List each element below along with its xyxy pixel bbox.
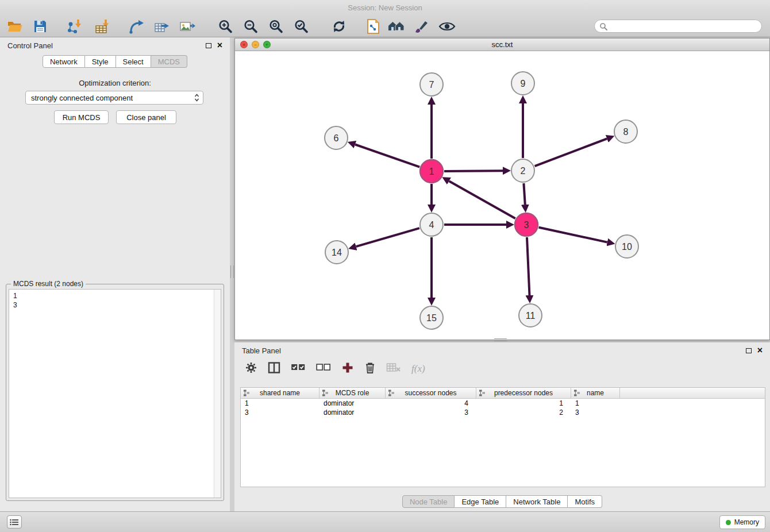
new-network-from-selection-button[interactable] [364,17,383,36]
graph-edge-1-6[interactable] [355,145,419,167]
zoom-window-icon[interactable]: + [263,41,271,48]
table-cell[interactable]: dominator [319,408,386,417]
graph-node-1[interactable]: 1 [420,160,443,183]
optimization-criterion-label: Optimization criterion: [0,79,230,87]
deselect-all-button[interactable] [316,362,331,376]
column-header-successor-nodes[interactable]: successor nodes [386,388,476,399]
tab-mcds[interactable]: MCDS [151,55,187,68]
graph-node-3[interactable]: 3 [515,213,538,236]
network-graph[interactable]: 7968124314101511 [235,51,769,340]
table-cell[interactable]: 1 [241,399,319,408]
control-panel-header: Control Panel × [0,37,230,53]
apply-style-button[interactable] [413,17,431,36]
graph-node-10[interactable]: 10 [615,235,638,258]
apply-layout-button[interactable] [330,17,348,36]
minimize-window-icon[interactable]: − [252,41,259,48]
table-cell[interactable]: 1 [476,399,571,408]
graph-node-7[interactable]: 7 [420,73,443,96]
table-cell[interactable]: 3 [386,408,476,417]
table-settings-button[interactable] [245,361,257,376]
add-column-button[interactable] [341,361,354,376]
function-builder-button[interactable]: f(x) [411,363,425,375]
homes-icon [387,19,406,34]
close-table-panel-icon[interactable]: × [757,347,763,354]
column-header-shared-name[interactable]: shared name [241,388,319,399]
network-window-titlebar[interactable]: scc.txt × − + [235,38,769,51]
graph-edge-2-3[interactable] [523,183,525,205]
graph-edge-3-10[interactable] [539,228,607,242]
graph-node-11[interactable]: 11 [519,304,542,327]
close-window-icon[interactable]: × [240,41,248,48]
column-header-name[interactable]: name [571,388,620,399]
graph-node-2[interactable]: 2 [511,159,534,182]
graph-node-4[interactable]: 4 [420,213,443,236]
export-table-button[interactable] [153,17,171,36]
table-tab-network-table[interactable]: Network Table [506,495,568,508]
column-header-predecessor-nodes[interactable]: predecessor nodes [476,388,571,399]
search-input[interactable] [610,22,757,30]
zoom-out-button[interactable] [241,17,260,36]
table-tab-edge-table[interactable]: Edge Table [455,495,506,508]
zoom-selected-button[interactable] [292,17,310,36]
table-cell[interactable]: dominator [319,399,386,408]
table-cell[interactable]: 3 [241,408,319,417]
graph-node-9[interactable]: 9 [511,72,534,95]
select-all-button[interactable] [291,362,306,376]
table-cell[interactable]: 1 [571,399,620,408]
zoom-in-button[interactable] [216,17,234,36]
graph-edge-4-14[interactable] [356,228,419,246]
horizontal-splitter-grip[interactable] [494,338,507,341]
table-tab-node-table[interactable]: Node Table [402,495,455,508]
sort-icon [243,390,250,396]
tab-select[interactable]: Select [116,55,151,68]
criterion-dropdown[interactable]: strongly connected component [25,91,203,105]
import-table-button[interactable] [93,17,111,36]
network-canvas[interactable]: 7968124314101511 [235,51,769,340]
export-image-button[interactable] [178,17,197,36]
open-folder-icon [7,20,23,33]
show-columns-button[interactable] [268,361,280,376]
table-row[interactable]: 3dominator323 [241,408,765,417]
vertical-splitter-grip[interactable] [230,265,234,278]
import-network-button[interactable] [66,17,84,36]
status-list-button[interactable] [7,515,22,529]
export-table-icon [154,19,170,34]
run-mcds-button[interactable]: Run MCDS [54,110,109,124]
table-cell[interactable]: 4 [386,399,476,408]
close-panel-button[interactable]: Close panel [116,110,176,124]
open-session-button[interactable] [6,17,24,36]
export-network-button[interactable] [128,17,146,36]
search-box[interactable] [594,20,762,33]
svg-text:1: 1 [429,167,434,176]
gear-icon [245,361,257,374]
delete-table-button[interactable] [386,362,401,376]
table-row[interactable]: 1dominator411 [241,399,765,408]
mcds-result-text[interactable]: 1 3 [9,289,221,498]
float-panel-icon[interactable] [206,43,211,48]
graphics-details-button[interactable] [438,17,456,36]
tab-style[interactable]: Style [85,55,116,68]
column-header-MCDS-role[interactable]: MCDS role [319,388,386,399]
close-panel-icon[interactable]: × [217,42,222,49]
memory-label: Memory [734,518,759,526]
float-table-panel-icon[interactable] [746,348,752,353]
delete-column-button[interactable] [364,361,376,376]
graph-node-8[interactable]: 8 [614,120,637,143]
tab-network[interactable]: Network [43,55,85,68]
home-button[interactable] [387,17,406,36]
save-session-button[interactable] [31,17,49,36]
graph-edge-3-11[interactable] [527,237,530,295]
result-scrollbar[interactable] [214,290,221,498]
graph-node-6[interactable]: 6 [325,126,348,149]
table-cell[interactable]: 3 [571,408,620,417]
graph-edge-1-2[interactable] [444,171,503,171]
graph-node-15[interactable]: 15 [420,306,443,329]
zoom-fit-button[interactable] [267,17,285,36]
table-cell[interactable]: 2 [476,408,571,417]
graph-edge-3-1[interactable] [449,181,515,218]
window-title: Session: New Session [348,3,422,12]
graph-edge-2-8[interactable] [535,138,607,166]
graph-node-14[interactable]: 14 [325,241,348,264]
memory-button[interactable]: Memory [719,515,765,529]
table-tab-motifs[interactable]: Motifs [568,495,602,508]
